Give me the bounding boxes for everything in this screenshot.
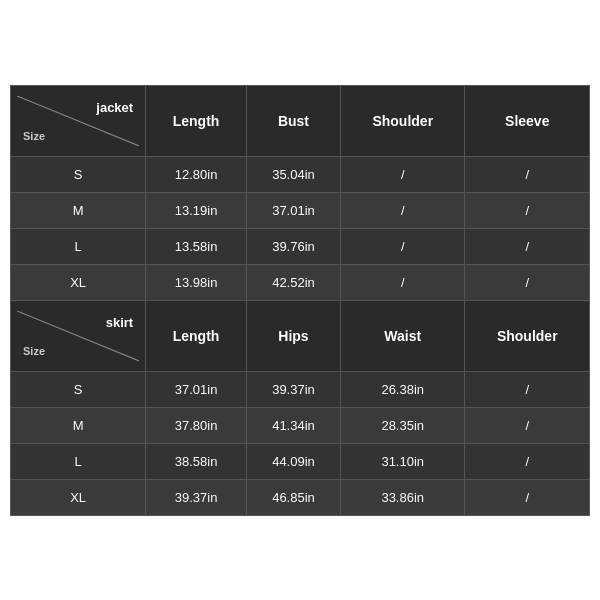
column-header: Hips — [246, 300, 340, 371]
size-cell: M — [11, 407, 146, 443]
data-cell: / — [465, 443, 590, 479]
table-row: L13.58in39.76in// — [11, 228, 590, 264]
data-cell: 39.37in — [246, 371, 340, 407]
data-cell: 31.10in — [341, 443, 465, 479]
column-header: Sleeve — [465, 85, 590, 156]
data-cell: 35.04in — [246, 156, 340, 192]
data-cell: / — [341, 264, 465, 300]
data-cell: 13.19in — [146, 192, 247, 228]
data-cell: / — [341, 156, 465, 192]
size-cell: M — [11, 192, 146, 228]
size-chart: jacket Size LengthBustShoulderSleeveS12.… — [10, 85, 590, 516]
data-cell: 37.80in — [146, 407, 247, 443]
data-cell: 46.85in — [246, 479, 340, 515]
column-header: Shoulder — [341, 85, 465, 156]
column-header: Shoulder — [465, 300, 590, 371]
data-cell: / — [465, 407, 590, 443]
data-cell: 33.86in — [341, 479, 465, 515]
size-label: Size — [23, 345, 45, 357]
data-cell: / — [341, 192, 465, 228]
data-cell: 37.01in — [146, 371, 247, 407]
table-row: S12.80in35.04in// — [11, 156, 590, 192]
table-row: XL13.98in42.52in// — [11, 264, 590, 300]
data-cell: 39.76in — [246, 228, 340, 264]
data-cell: 37.01in — [246, 192, 340, 228]
table-row: L38.58in44.09in31.10in/ — [11, 443, 590, 479]
data-cell: 41.34in — [246, 407, 340, 443]
data-cell: / — [465, 479, 590, 515]
data-cell: 42.52in — [246, 264, 340, 300]
data-cell: 38.58in — [146, 443, 247, 479]
data-cell: 13.98in — [146, 264, 247, 300]
data-cell: / — [465, 264, 590, 300]
table-row: M37.80in41.34in28.35in/ — [11, 407, 590, 443]
data-cell: / — [465, 228, 590, 264]
column-header: Length — [146, 85, 247, 156]
data-cell: / — [465, 192, 590, 228]
section-label: skirt — [106, 315, 133, 330]
size-cell: XL — [11, 264, 146, 300]
data-cell: 12.80in — [146, 156, 247, 192]
size-cell: S — [11, 156, 146, 192]
data-cell: 26.38in — [341, 371, 465, 407]
size-label: Size — [23, 130, 45, 142]
size-cell: XL — [11, 479, 146, 515]
section-label: jacket — [96, 100, 133, 115]
size-cell: L — [11, 443, 146, 479]
data-cell: / — [341, 228, 465, 264]
data-cell: 44.09in — [246, 443, 340, 479]
size-cell: L — [11, 228, 146, 264]
data-cell: 39.37in — [146, 479, 247, 515]
size-cell: S — [11, 371, 146, 407]
table-row: XL39.37in46.85in33.86in/ — [11, 479, 590, 515]
table-row: M13.19in37.01in// — [11, 192, 590, 228]
data-cell: 28.35in — [341, 407, 465, 443]
column-header: Bust — [246, 85, 340, 156]
data-cell: / — [465, 371, 590, 407]
column-header: Waist — [341, 300, 465, 371]
table-row: S37.01in39.37in26.38in/ — [11, 371, 590, 407]
data-cell: 13.58in — [146, 228, 247, 264]
column-header: Length — [146, 300, 247, 371]
data-cell: / — [465, 156, 590, 192]
